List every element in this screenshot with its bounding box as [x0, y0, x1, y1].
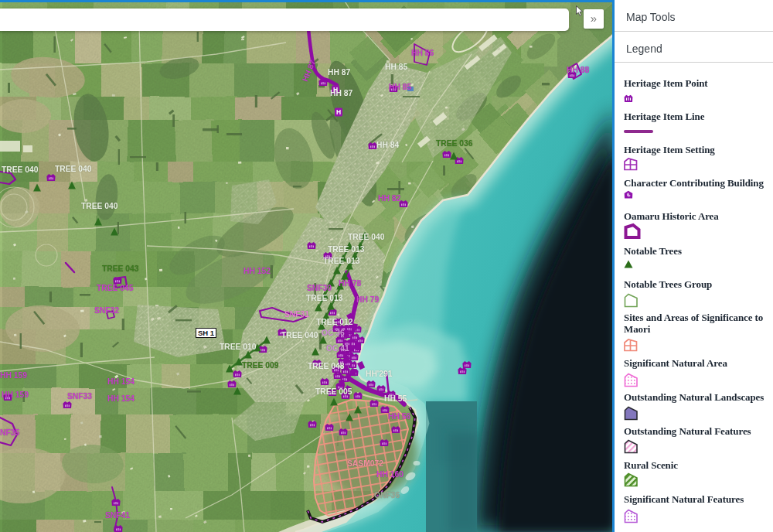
svg-text:H: H — [336, 108, 341, 116]
